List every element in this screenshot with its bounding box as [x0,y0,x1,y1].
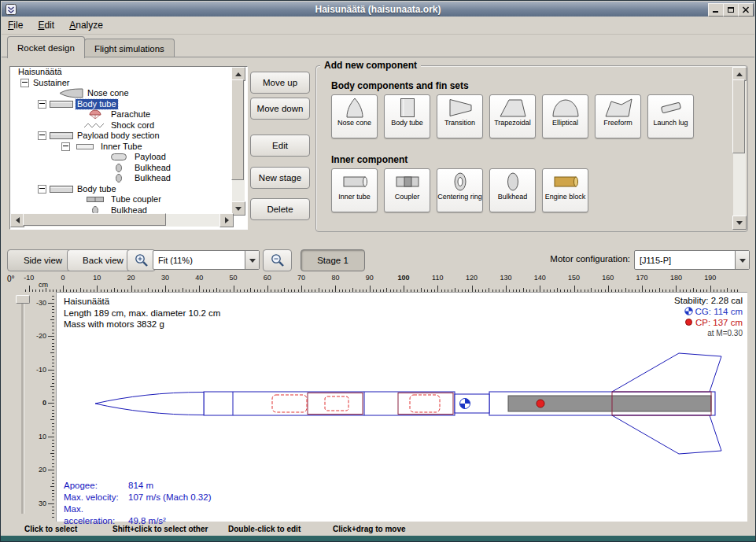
palette-freeform-button[interactable]: Freeform [595,94,641,138]
tree-row-bulkhead[interactable]: Bulkhead [10,163,231,174]
edit-button[interactable]: Edit [250,135,310,157]
rotation-slider[interactable] [21,295,24,514]
shockcord-icon [83,120,109,131]
motor-configuration-value: [J115-P] [635,256,735,265]
palette-button-label: Freeform [603,120,632,127]
collapse-icon[interactable] [38,100,46,109]
palette-scrollbar[interactable] [733,67,746,228]
scrollbar-thumb[interactable] [732,79,745,153]
trapezoidal-fin-icon [496,96,530,120]
coupler-icon [390,170,425,194]
close-button[interactable] [738,3,754,17]
tree-row-parachute[interactable]: Parachute [10,109,231,120]
palette-coupler-button[interactable]: Coupler [384,168,430,212]
palette-button-label: Engine block [545,194,586,201]
tree-row-body-tube[interactable]: Body tube [10,99,231,110]
innertube-icon [337,170,372,194]
rotation-angle-label: 0° [7,275,15,283]
menu-analyze[interactable]: Analyze [63,17,109,33]
component-tree[interactable]: Haisunäätä Sustainer Nose cone Body tube… [10,67,231,214]
tree-row-tube-coupler[interactable]: Tube coupler [10,194,231,205]
app-window: Haisunäätä (haisunaata.ork) File Edit An… [0,0,756,542]
tab-flight-simulations[interactable]: Flight simulations [84,39,175,57]
bulkhead-icon [106,173,133,183]
tree-row-body-tube-2[interactable]: Body tube [10,184,231,195]
palette-nose-cone-button[interactable]: Nose cone [331,94,378,138]
maximize-button[interactable] [723,3,739,17]
flight-stats-block: Apogee:814 m Max. velocity:107 m/s (Mach… [64,480,211,527]
palette-inner-tube-button[interactable]: Inner tube [331,168,378,212]
zoom-select[interactable]: Fit (11%) [153,250,260,270]
collapse-icon[interactable] [61,142,70,151]
tree-row-inner-tube[interactable]: Inner Tube [10,142,231,153]
max-velocity-value: 107 m/s (Mach 0.32) [128,492,211,502]
tree-row-bulkhead[interactable]: Bulkhead [10,173,231,184]
tree-row-payload[interactable]: Payload [10,152,231,163]
fin-bottom-shape[interactable] [612,415,721,454]
bodytube-icon [49,184,76,194]
palette-centering-ring-button[interactable]: Centering ring [437,168,483,212]
stat-row: Max. acceleration:49.8 m/s² [64,503,211,527]
fin-top-shape[interactable] [612,353,721,392]
centering-ring-icon [443,170,478,194]
coupler-icon [83,194,109,205]
palette-transition-button[interactable]: Transition [437,94,483,138]
nosecone-icon [59,88,86,98]
chevron-down-icon[interactable] [245,251,259,269]
zoom-out-button[interactable] [263,249,292,271]
collapse-icon[interactable] [20,79,29,87]
delete-button[interactable]: Delete [250,198,310,220]
palette-button-label: Bulkhead [498,194,528,201]
menu-file[interactable]: File [2,17,29,33]
hint-double-click: Double-click to edit [228,525,301,533]
scroll-down-button[interactable] [732,216,747,230]
nose-cone-shape[interactable] [95,393,204,415]
tree-row-sustainer[interactable]: Sustainer [10,78,231,89]
palette-button-label: Body tube [391,120,423,127]
palette-engine-block-button[interactable]: Engine block [542,168,588,212]
palette-bulkhead-button[interactable]: Bulkhead [489,168,536,212]
palette-body-tube-button[interactable]: Body tube [384,94,430,138]
menu-edit[interactable]: Edit [31,17,61,33]
move-down-button[interactable]: Move down [250,98,310,120]
new-stage-button[interactable]: New stage [250,167,310,189]
rotation-slider-handle[interactable] [16,295,30,304]
title-bar[interactable]: Haisunäätä (haisunaata.ork) [2,2,754,17]
arrow-left-icon [13,217,20,223]
cg-marker [460,399,470,409]
bodytube-icon [49,131,76,141]
scrollbar-thumb[interactable] [231,79,244,180]
tab-label: Flight simulations [94,44,164,53]
chevron-down-icon[interactable] [735,251,749,269]
tree-horizontal-scrollbar[interactable] [10,214,232,227]
scroll-right-button[interactable] [219,213,234,227]
collapse-icon[interactable] [38,185,46,194]
stat-row: Max. velocity:107 m/s (Mach 0.32) [64,492,211,503]
move-up-button[interactable]: Move up [250,72,310,94]
tree-item-label: Payload [133,152,168,162]
palette-elliptical-button[interactable]: Elliptical [542,94,588,138]
parachute-icon [83,109,109,120]
stage-1-toggle[interactable]: Stage 1 [301,249,365,271]
elliptical-fin-icon [548,96,583,120]
palette-button-label: Trapezoidal [494,120,531,127]
cp-value: CP: 137 cm [695,318,743,327]
motor-configuration-select[interactable]: [J115-P] [634,250,750,270]
palette-launch-lug-button[interactable]: Launch lug [647,94,694,138]
tree-vertical-scrollbar[interactable] [232,67,245,214]
maximize-icon [727,6,735,15]
palette-button-label: Elliptical [552,120,578,127]
tree-item-label: Tube coupler [109,194,163,205]
tab-rocket-design[interactable]: Rocket design [7,36,85,58]
tree-item-label: Shock cord [109,120,156,131]
rocket-name: Haisunäätä [64,296,220,308]
tree-row-shock-cord[interactable]: Shock cord [10,120,231,131]
zoom-in-button[interactable] [127,249,156,271]
tree-row-rocket[interactable]: Haisunäätä [10,67,231,78]
minimize-button[interactable] [708,3,724,17]
tree-row-payload-section[interactable]: Payload body section [10,131,231,142]
palette-trapezoidal-button[interactable]: Trapezoidal [489,94,536,138]
tree-row-nose-cone[interactable]: Nose cone [10,88,231,99]
scrollbar-thumb[interactable] [23,213,166,226]
collapse-icon[interactable] [38,131,46,140]
